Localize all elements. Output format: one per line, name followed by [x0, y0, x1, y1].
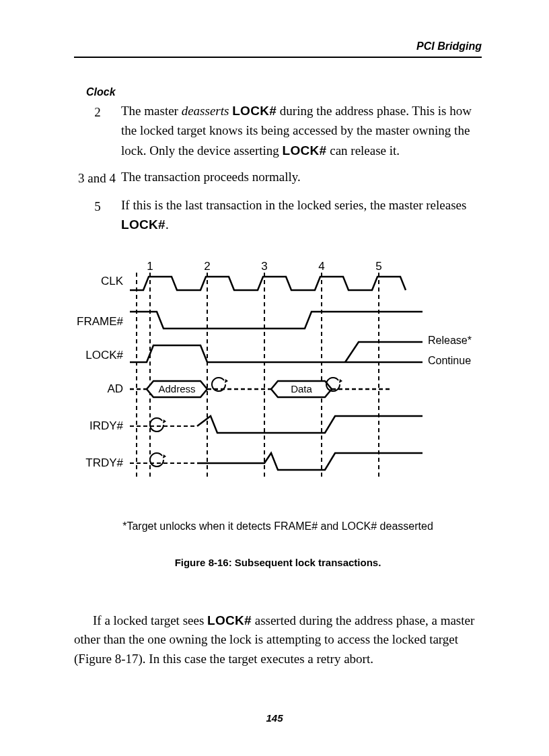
tick-labels: 1 2 3 4 5	[147, 260, 381, 273]
tick-label: 5	[375, 260, 381, 273]
header-title: PCI Bridging	[416, 40, 482, 52]
signal-label: IRDY#	[89, 419, 124, 432]
tick-label: 4	[318, 260, 324, 273]
body-paragraph: If a locked target sees LOCK# asserted d…	[74, 611, 482, 669]
entry-text: The master deasserts LOCK# during the ad…	[121, 101, 482, 160]
lock-wave-main	[130, 345, 345, 362]
irdy-wave	[197, 416, 423, 433]
signal-label: CLK	[101, 275, 124, 287]
clock-entry: 2 The master deasserts LOCK# during the …	[74, 101, 482, 160]
clock-entry: 5 If this is the last transaction in the…	[74, 195, 482, 235]
figure-footnote: *Target unlocks when it detects FRAME# a…	[76, 520, 480, 532]
entry-num: 5	[74, 195, 121, 235]
timing-diagram-figure: 1 2 3 4 5 CLK FRAME# LOCK# AD IRDY# TRDY…	[76, 258, 480, 568]
entry-num: 3 and 4	[74, 167, 121, 188]
address-bubble-label: Address	[158, 383, 195, 394]
clk-wave	[130, 277, 406, 290]
clock-edge-lines	[137, 273, 379, 480]
tick-label: 2	[204, 260, 210, 273]
turnaround-icon	[150, 453, 166, 467]
figure-caption: Figure 8-16: Subsequent lock transaction…	[76, 557, 480, 568]
trdy-wave	[197, 453, 423, 470]
tick-label: 3	[261, 260, 267, 273]
signal-labels: CLK FRAME# LOCK# AD IRDY# TRDY#	[77, 275, 124, 469]
data-bubble-label: Data	[291, 383, 312, 394]
entry-text: If this is the last transaction in the l…	[121, 195, 482, 235]
signal-label: LOCK#	[85, 349, 123, 362]
release-label: Release*	[428, 335, 472, 346]
clock-entry: 3 and 4 The transaction proceeds normall…	[74, 167, 482, 188]
entry-num: 2	[74, 101, 121, 160]
signal-label: AD	[107, 382, 123, 395]
running-head: PCI Bridging	[74, 40, 482, 58]
tick-label: 1	[147, 260, 153, 273]
lock-release-branch	[345, 342, 423, 362]
signal-label: TRDY#	[85, 456, 123, 469]
page-number: 145	[0, 712, 549, 724]
signal-label: FRAME#	[77, 315, 124, 328]
turnaround-icon	[150, 418, 166, 432]
entry-text: The transaction proceeds normally.	[121, 167, 482, 188]
clock-heading: Clock	[86, 86, 482, 98]
turnaround-icon	[212, 378, 228, 391]
timing-diagram-svg: 1 2 3 4 5 CLK FRAME# LOCK# AD IRDY# TRDY…	[69, 258, 486, 487]
continue-label: Continue	[428, 355, 471, 366]
